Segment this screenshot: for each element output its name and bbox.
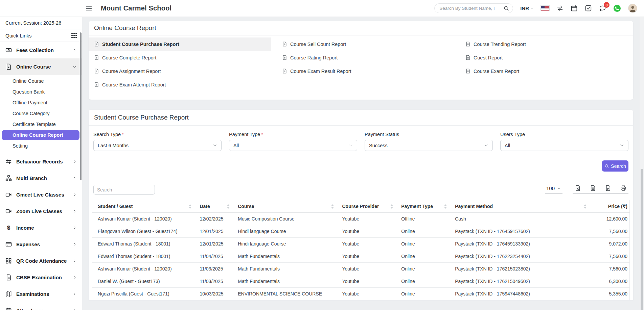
- grid-icon[interactable]: [71, 33, 77, 38]
- report-link-course-assignment[interactable]: Course Assignment Report: [89, 64, 271, 78]
- report-link-course-exam[interactable]: Course Exam Report: [460, 64, 633, 78]
- report-link-course-rating[interactable]: Course Rating Report: [277, 51, 455, 64]
- currency-selector[interactable]: INR: [520, 5, 534, 11]
- cell-payment-method: Paystack (TXN ID - 176459133902): [450, 238, 589, 250]
- payment-status-select[interactable]: Success: [365, 140, 493, 151]
- filter-label: Payment Type: [229, 132, 260, 137]
- cell-course: Math Fundamentals: [232, 275, 337, 288]
- report-link-label: Course Assignment Report: [102, 69, 161, 74]
- cell-price: 7,560.00: [589, 263, 629, 275]
- sidebar-item-qr-code-attendance[interactable]: QR Code Attendance: [0, 253, 82, 269]
- report-link-label: Course Trending Report: [474, 42, 526, 47]
- report-link-course-complete[interactable]: Course Complete Report: [89, 51, 271, 64]
- filter-row: Search Type* Last 6 Months Payment Type*…: [89, 126, 633, 151]
- dollar-icon: $: [5, 225, 12, 231]
- sort-icon[interactable]: [390, 204, 393, 209]
- sidebar-item-label: Expenses: [16, 241, 40, 247]
- submenu-setting[interactable]: Setting: [0, 140, 82, 151]
- cell-student: Daniel W. (Guest - Guest173): [92, 275, 194, 288]
- cell-price: 6,300.00: [589, 275, 629, 288]
- search-type-select[interactable]: Last 6 Months: [93, 140, 222, 151]
- cell-student: Ashwani Kumar (Student - 120020): [92, 263, 194, 275]
- sidebar-item-behaviour-records[interactable]: Behaviour Records: [0, 153, 82, 170]
- sidebar-item-gmeet-live-classes[interactable]: Gmeet Live Classes: [0, 186, 82, 203]
- payment-type-select[interactable]: All: [229, 140, 357, 151]
- table-row: Ashwani Kumar (Student - 120020) 11/03/2…: [92, 263, 630, 275]
- page-scrollbar-thumb[interactable]: [641, 169, 643, 310]
- submenu-course-category[interactable]: Course Category: [0, 108, 82, 119]
- cell-course: Math Fundamentals: [232, 263, 337, 275]
- csv-export-icon[interactable]: [590, 185, 596, 191]
- calendar-icon[interactable]: [571, 5, 578, 12]
- sort-icon[interactable]: [444, 204, 447, 209]
- table-quick-search-input[interactable]: [93, 185, 155, 195]
- sidebar-item-cbse-examination[interactable]: CBSE Examination: [0, 269, 82, 286]
- transfer-icon[interactable]: [556, 5, 564, 12]
- hamburger-icon[interactable]: [86, 5, 92, 12]
- submenu-offline-payment[interactable]: Offline Payment: [0, 97, 82, 108]
- sort-icon[interactable]: [331, 204, 334, 209]
- page-size-select[interactable]: 100: [545, 185, 562, 194]
- cell-course: Music Composition Course: [232, 213, 337, 225]
- search-icon[interactable]: [503, 5, 509, 11]
- submenu-online-course[interactable]: Online Course: [0, 76, 82, 86]
- school-brand-title: Mount Carmel School: [101, 4, 171, 12]
- pdf-export-icon[interactable]: [605, 185, 611, 191]
- submenu-certificate-template[interactable]: Certificate Template: [0, 119, 82, 130]
- main-content: Online Course Report Student Course Purc…: [89, 17, 633, 310]
- chat-icon[interactable]: 0: [599, 5, 606, 12]
- file-lines-icon: [282, 42, 287, 47]
- global-search-input[interactable]: [439, 6, 503, 11]
- chevron-right-icon: [72, 226, 77, 230]
- report-link-course-exam-attempt[interactable]: Course Exam Attempt Report: [89, 78, 271, 92]
- sidebar-scrollbar[interactable]: [80, 32, 82, 180]
- quick-links[interactable]: Quick Links: [0, 29, 82, 42]
- sidebar-item-attendance[interactable]: Attendance: [0, 302, 82, 310]
- whatsapp-icon[interactable]: [613, 4, 621, 12]
- cell-course: Hindi language Course: [232, 238, 337, 250]
- task-check-icon[interactable]: [585, 5, 592, 12]
- user-avatar[interactable]: [628, 4, 637, 13]
- report-link-course-exam-result[interactable]: Course Exam Result Report: [277, 64, 455, 78]
- cell-course: ENVIRONMENTAL SCIENCE COURSE: [232, 288, 337, 300]
- cell-provider: Youtube: [337, 238, 396, 250]
- sort-icon[interactable]: [189, 204, 191, 209]
- submenu-online-course-report[interactable]: Online Course Report: [2, 130, 79, 140]
- submenu-question-bank[interactable]: Question Bank: [0, 86, 82, 97]
- global-search[interactable]: [434, 3, 513, 13]
- report-link-label: Course Exam Report: [474, 69, 519, 74]
- report-link-student-course-purchase[interactable]: Student Course Purchase Report: [89, 37, 271, 51]
- report-link-course-sell-count[interactable]: Course Sell Count Report: [277, 37, 455, 51]
- users-type-select[interactable]: All: [500, 140, 628, 151]
- excel-export-icon[interactable]: [575, 185, 581, 191]
- sidebar-item-label: Fees Collection: [16, 47, 54, 53]
- cell-student: Ngozi Priscilla (Guest - Guest171): [92, 288, 194, 300]
- report-link-guest-report[interactable]: Guest Report: [460, 51, 633, 64]
- chevron-down-icon: [484, 143, 488, 148]
- table-row: Edward Thomas (Student - 18001) 12/01/20…: [92, 238, 630, 250]
- online-course-submenu: Online Course Question Bank Offline Paym…: [0, 75, 82, 153]
- sort-icon[interactable]: [584, 204, 586, 209]
- column-header: Course: [238, 204, 254, 209]
- sidebar-item-zoom-live-classes[interactable]: Zoom Live Classes: [0, 203, 82, 219]
- sidebar-item-fees-collection[interactable]: Fees Collection: [0, 42, 82, 58]
- sidebar-item-examinations[interactable]: Examinations: [0, 286, 82, 302]
- sidebar-item-expenses[interactable]: Expenses: [0, 236, 82, 253]
- page-scrollbar[interactable]: [640, 17, 644, 310]
- chevron-right-icon: [72, 259, 77, 263]
- column-header: Payment Method: [455, 204, 493, 209]
- report-link-course-trending[interactable]: Course Trending Report: [460, 37, 633, 51]
- table-row: Daniel W. (Guest - Guest173) 11/03/2025 …: [92, 275, 630, 288]
- export-toolbar: [573, 185, 628, 194]
- sidebar-item-multi-branch[interactable]: Multi Branch: [0, 170, 82, 186]
- search-button[interactable]: Search: [602, 160, 628, 172]
- sidebar-item-online-course[interactable]: Online Course: [0, 58, 82, 75]
- purchase-report-table: Student / Guest Date Course Course Provi…: [92, 200, 630, 300]
- us-flag-icon[interactable]: [541, 6, 549, 11]
- sort-icon[interactable]: [227, 204, 230, 209]
- cell-date: 10/03/2025: [194, 288, 232, 300]
- sidebar-item-income[interactable]: $ Income: [0, 219, 82, 236]
- print-icon[interactable]: [620, 185, 626, 191]
- cell-payment-method: Paystack (TXN ID - 176215023802): [450, 263, 589, 275]
- topbar-actions: INR 0: [434, 3, 644, 13]
